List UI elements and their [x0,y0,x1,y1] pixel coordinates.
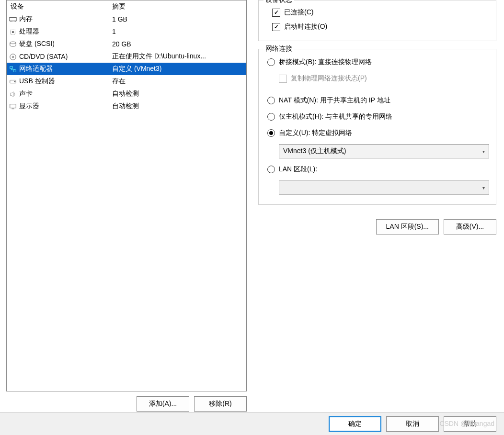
svg-rect-11 [10,66,12,68]
device-row-network[interactable]: 网络适配器自定义 (VMnet3) [7,63,246,75]
header-device: 设备 [7,2,112,11]
chevron-down-icon: ▾ [482,149,485,154]
remove-button[interactable]: 移除(R) [194,396,247,412]
hostonly-label: 仅主机模式(H): 与主机共享的专用网络 [279,112,392,121]
device-summary: 1 GB [112,15,246,23]
device-row-cpu[interactable]: 处理器1 [7,25,246,38]
device-row-usb[interactable]: USB 控制器存在 [7,75,246,88]
svg-rect-14 [14,81,16,82]
advanced-button[interactable]: 高级(V)... [444,219,496,234]
hostonly-radio[interactable] [267,113,275,121]
connected-row[interactable]: 已连接(C) [265,5,489,20]
device-name: 硬盘 (SCSI) [19,40,112,48]
svg-point-9 [10,54,16,59]
device-row-sound[interactable]: 声卡自动检测 [7,88,246,100]
connect-at-power-row[interactable]: 启动时连接(O) [265,20,489,34]
left-buttons: 添加(A)... 移除(R) [6,391,247,412]
svg-rect-0 [10,17,16,21]
usb-icon [7,77,19,85]
connect-at-power-checkbox[interactable] [272,23,280,31]
connected-checkbox[interactable] [272,9,280,17]
device-row-disk[interactable]: 硬盘 (SCSI)20 GB [7,38,246,50]
device-name: USB 控制器 [19,77,112,86]
network-icon [7,65,19,73]
svg-rect-15 [10,104,16,108]
right-buttons: LAN 区段(S)... 高级(V)... [258,212,496,241]
custom-network-select[interactable]: VMnet3 (仅主机模式) ▾ [279,144,489,158]
add-button[interactable]: 添加(A)... [137,396,189,412]
device-name: 显示器 [19,102,112,111]
network-connection-title: 网络连接 [263,45,294,53]
device-summary: 自动检测 [112,89,246,98]
device-summary: 自定义 (VMnet3) [112,65,246,73]
cd-icon [7,52,19,60]
nat-radio[interactable] [267,97,275,104]
bottom-bar: 确定 取消 帮助 [0,412,504,435]
device-name: 内存 [19,15,112,23]
header-summary: 摘要 [112,2,246,11]
connect-at-power-label: 启动时连接(O) [284,22,327,31]
memory-icon [7,15,19,23]
nat-row[interactable]: NAT 模式(N): 用于共享主机的 IP 地址 [265,92,489,109]
bridged-radio[interactable] [267,58,275,66]
nat-label: NAT 模式(N): 用于共享主机的 IP 地址 [279,96,390,105]
hostonly-row[interactable]: 仅主机模式(H): 与主机共享的专用网络 [265,109,489,125]
device-row-memory[interactable]: 内存1 GB [7,13,246,25]
device-row-cd[interactable]: CD/DVD (SATA)正在使用文件 D:\Ubuntu-linux... [7,50,246,63]
sound-icon [7,89,19,98]
device-status-group: 设备状态 已连接(C) 启动时连接(O) [258,0,496,41]
svg-point-8 [10,42,16,44]
device-name: CD/DVD (SATA) [19,53,112,60]
lan-segment-row[interactable]: LAN 区段(L): [265,161,489,178]
left-panel: 设备 摘要 内存1 GB处理器1硬盘 (SCSI)20 GBCD/DVD (SA… [0,0,247,412]
replicate-label: 复制物理网络连接状态(P) [291,74,367,83]
device-summary: 自动检测 [112,102,246,111]
cpu-icon [7,27,19,35]
device-status-title: 设备状态 [263,0,294,4]
device-list-header: 设备 摘要 [7,0,246,13]
bridged-label: 桥接模式(B): 直接连接物理网络 [279,58,372,67]
device-name: 处理器 [19,27,112,36]
device-name: 声卡 [19,89,112,98]
svg-point-10 [12,56,14,58]
custom-radio[interactable] [267,129,275,137]
right-panel: 设备状态 已连接(C) 启动时连接(O) 网络连接 桥接模式(B): 直接连接物… [247,0,504,412]
custom-network-value: VMnet3 (仅主机模式) [283,147,346,156]
connected-label: 已连接(C) [284,8,313,17]
disk-icon [7,40,19,48]
device-name: 网络适配器 [19,65,112,73]
display-icon [7,102,19,110]
device-summary: 正在使用文件 D:\Ubuntu-linux... [112,52,246,61]
bridged-row[interactable]: 桥接模式(B): 直接连接物理网络 [265,54,489,70]
lan-segments-button[interactable]: LAN 区段(S)... [376,219,439,234]
replicate-row: 复制物理网络连接状态(P) [265,70,489,87]
custom-label: 自定义(U): 特定虚拟网络 [279,129,352,137]
lan-segment-radio[interactable] [267,166,275,173]
device-summary: 1 [112,28,246,35]
lan-segment-select: ▾ [279,180,489,195]
svg-rect-12 [13,70,16,72]
network-connection-group: 网络连接 桥接模式(B): 直接连接物理网络 复制物理网络连接状态(P) NAT… [258,49,496,205]
lan-segment-label: LAN 区段(L): [279,165,317,174]
ok-button[interactable]: 确定 [329,416,381,432]
device-list: 设备 摘要 内存1 GB处理器1硬盘 (SCSI)20 GBCD/DVD (SA… [6,0,247,391]
device-summary: 20 GB [112,40,246,48]
help-button[interactable]: 帮助 [444,416,496,432]
device-summary: 存在 [112,77,246,86]
cancel-button[interactable]: 取消 [386,416,439,432]
replicate-checkbox [279,75,287,83]
custom-row[interactable]: 自定义(U): 特定虚拟网络 [265,125,489,141]
svg-rect-7 [12,31,14,33]
device-row-display[interactable]: 显示器自动检测 [7,100,246,112]
chevron-down-icon: ▾ [482,185,485,190]
